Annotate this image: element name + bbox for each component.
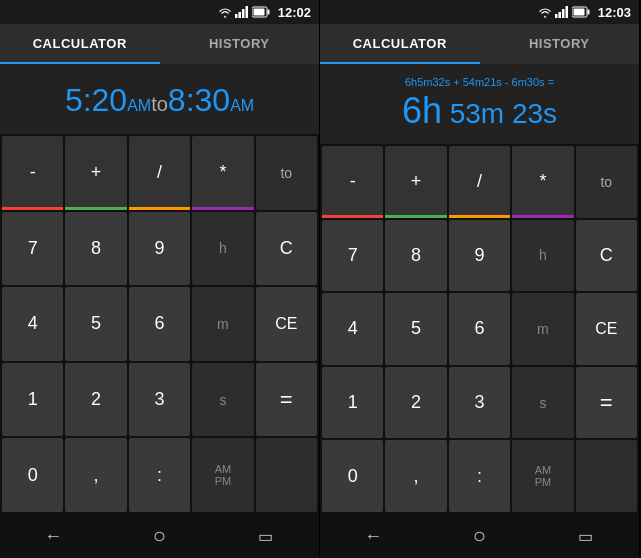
- display-2: 6h5m32s + 54m21s - 6m30s = 6h 53m 23s: [320, 64, 639, 144]
- display-result-1: 5:20AMto8:30AM: [65, 78, 254, 120]
- result-am1: AM: [127, 97, 151, 114]
- key-6-1[interactable]: 6: [129, 287, 190, 361]
- key-s-2[interactable]: s: [512, 367, 573, 439]
- svg-rect-10: [565, 6, 568, 18]
- key-divide-2[interactable]: /: [449, 146, 510, 218]
- key-0-1[interactable]: 0: [2, 438, 63, 512]
- key-5-2[interactable]: 5: [385, 293, 446, 365]
- svg-rect-6: [253, 9, 264, 16]
- svg-rect-2: [242, 9, 245, 18]
- key-multiply-1[interactable]: *: [192, 136, 253, 210]
- key-9-2[interactable]: 9: [449, 220, 510, 292]
- wifi-icon: [218, 6, 232, 18]
- recent-button-1[interactable]: [246, 521, 286, 551]
- key-2-2[interactable]: 2: [385, 367, 446, 439]
- svg-rect-9: [562, 9, 565, 18]
- key-to-1[interactable]: to: [256, 136, 317, 210]
- key-to-2[interactable]: to: [576, 146, 637, 218]
- recent-button-2[interactable]: [566, 521, 606, 551]
- key-colon-1[interactable]: :: [129, 438, 190, 512]
- key-plus-1[interactable]: +: [65, 136, 126, 210]
- result-m-2: 53m: [442, 98, 504, 129]
- key-m-2[interactable]: m: [512, 293, 573, 365]
- key-8-2[interactable]: 8: [385, 220, 446, 292]
- home-icon-1: [153, 523, 166, 549]
- key-comma-2[interactable]: ,: [385, 440, 446, 512]
- result-am2: AM: [230, 97, 254, 114]
- key-4-1[interactable]: 4: [2, 287, 63, 361]
- phone-1: 12:02 CALCULATOR HISTORY 5:20AMto8:30AM …: [0, 0, 320, 558]
- svg-rect-13: [573, 9, 584, 16]
- signal-icon-2: [555, 6, 569, 18]
- tab-history-1[interactable]: HISTORY: [160, 24, 320, 64]
- key-h-2[interactable]: h: [512, 220, 573, 292]
- result-to: to: [151, 93, 168, 115]
- key-divide-1[interactable]: /: [129, 136, 190, 210]
- key-s-1[interactable]: s: [192, 363, 253, 437]
- key-minus-1[interactable]: -: [2, 136, 63, 210]
- key-0-2[interactable]: 0: [322, 440, 383, 512]
- key-minus-2[interactable]: -: [322, 146, 383, 218]
- key-ampm-1[interactable]: AMPM: [192, 438, 253, 512]
- tab-calculator-2[interactable]: CALCULATOR: [320, 24, 480, 64]
- tab-calculator-1[interactable]: CALCULATOR: [0, 24, 160, 64]
- key-3-1[interactable]: 3: [129, 363, 190, 437]
- status-icons-1: [218, 6, 270, 18]
- key-ce-1[interactable]: CE: [256, 287, 317, 361]
- key-equals-2[interactable]: =: [576, 367, 637, 439]
- result-h-2: 6h: [402, 90, 442, 131]
- status-bar-1: 12:02: [0, 0, 319, 24]
- home-button-2[interactable]: [459, 521, 499, 551]
- key-7-1[interactable]: 7: [2, 212, 63, 286]
- key-7-2[interactable]: 7: [322, 220, 383, 292]
- key-1-2[interactable]: 1: [322, 367, 383, 439]
- recent-icon-2: [578, 527, 593, 546]
- tab-history-2[interactable]: HISTORY: [480, 24, 640, 64]
- key-colon-2[interactable]: :: [449, 440, 510, 512]
- home-icon-2: [473, 523, 486, 549]
- key-plus-2[interactable]: +: [385, 146, 446, 218]
- status-bar-2: 12:03: [320, 0, 639, 24]
- battery-icon-2: [572, 6, 590, 18]
- key-2-1[interactable]: 2: [65, 363, 126, 437]
- key-comma-1[interactable]: ,: [65, 438, 126, 512]
- wifi-icon-2: [538, 6, 552, 18]
- battery-icon: [252, 6, 270, 18]
- keypad-1: - + / * to 7 8 9 h C 4 5 6 m CE 1 2 3 s …: [0, 134, 319, 514]
- svg-rect-7: [555, 14, 558, 18]
- nav-bar-1: [0, 514, 319, 558]
- status-icons-2: [538, 6, 590, 18]
- key-5-1[interactable]: 5: [65, 287, 126, 361]
- key-equals-1[interactable]: =: [256, 363, 317, 437]
- status-time-1: 12:02: [278, 5, 311, 20]
- svg-rect-3: [245, 6, 248, 18]
- key-9-1[interactable]: 9: [129, 212, 190, 286]
- key-4-2[interactable]: 4: [322, 293, 383, 365]
- svg-rect-8: [558, 12, 561, 18]
- home-button-1[interactable]: [139, 521, 179, 551]
- key-empty-1: [256, 438, 317, 512]
- key-3-2[interactable]: 3: [449, 367, 510, 439]
- display-result-2: 6h 53m 23s: [402, 90, 557, 132]
- keypad-2: - + / * to 7 8 9 h C 4 5 6 m CE 1 2 3 s …: [320, 144, 639, 514]
- tabs-2: CALCULATOR HISTORY: [320, 24, 639, 64]
- back-button-2[interactable]: [353, 521, 393, 551]
- key-8-1[interactable]: 8: [65, 212, 126, 286]
- key-ce-2[interactable]: CE: [576, 293, 637, 365]
- key-ampm-2[interactable]: AMPM: [512, 440, 573, 512]
- key-h-1[interactable]: h: [192, 212, 253, 286]
- tabs-1: CALCULATOR HISTORY: [0, 24, 319, 64]
- key-c-2[interactable]: C: [576, 220, 637, 292]
- svg-rect-12: [587, 10, 589, 15]
- key-empty-2: [576, 440, 637, 512]
- back-button-1[interactable]: [33, 521, 73, 551]
- nav-bar-2: [320, 514, 639, 558]
- key-multiply-2[interactable]: *: [512, 146, 573, 218]
- back-icon-2: [364, 526, 382, 547]
- key-c-1[interactable]: C: [256, 212, 317, 286]
- key-1-1[interactable]: 1: [2, 363, 63, 437]
- phone-2: 12:03 CALCULATOR HISTORY 6h5m32s + 54m21…: [320, 0, 640, 558]
- key-m-1[interactable]: m: [192, 287, 253, 361]
- back-icon-1: [44, 526, 62, 547]
- key-6-2[interactable]: 6: [449, 293, 510, 365]
